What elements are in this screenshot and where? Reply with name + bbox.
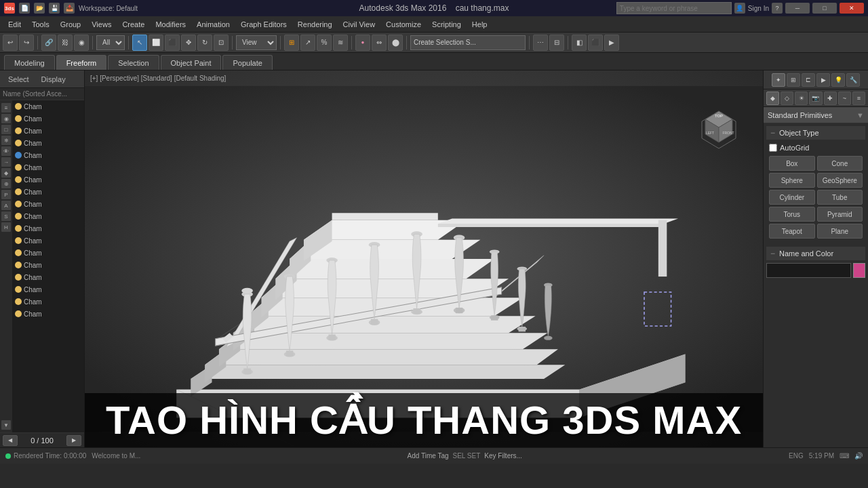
unlink-button[interactable]: ⛓ bbox=[58, 35, 73, 51]
search-input[interactable] bbox=[616, 2, 732, 14]
close-button[interactable]: ✕ bbox=[840, 3, 864, 14]
cameras-subtab[interactable]: 📷 bbox=[809, 92, 822, 105]
list-item[interactable]: Cham bbox=[12, 235, 84, 247]
render-setup-button[interactable]: ⬛ bbox=[588, 35, 603, 51]
import-icon[interactable]: 📥 bbox=[64, 3, 75, 14]
frozen-icon[interactable]: ❄ bbox=[1, 136, 11, 145]
systems-subtab[interactable]: ≡ bbox=[852, 92, 865, 105]
maximize-button[interactable]: □ bbox=[812, 3, 837, 14]
list-item[interactable]: Cham bbox=[12, 271, 84, 283]
scale-button[interactable]: ⊡ bbox=[214, 35, 229, 51]
viewport-gizmo[interactable]: TOP LEFT FRONT bbox=[695, 104, 743, 152]
modify-tab[interactable]: ⊞ bbox=[787, 73, 800, 87]
view-mode-dropdown[interactable]: View bbox=[236, 35, 277, 50]
menu-create[interactable]: Create bbox=[117, 19, 150, 30]
menu-group[interactable]: Group bbox=[55, 19, 87, 30]
motion-icon[interactable]: → bbox=[1, 157, 11, 167]
new-icon[interactable]: 📄 bbox=[19, 3, 30, 14]
menu-tools[interactable]: Tools bbox=[26, 19, 55, 30]
object-type-header[interactable]: Object Type bbox=[766, 126, 865, 140]
menu-views[interactable]: Views bbox=[86, 19, 117, 30]
primitives-dropdown[interactable]: Standard Primitives ▼ bbox=[764, 107, 868, 123]
select-object-button[interactable]: ↖ bbox=[132, 35, 147, 51]
display-button[interactable]: Display bbox=[36, 74, 71, 85]
list-item[interactable]: Cham bbox=[12, 198, 84, 210]
selection-filter-dropdown[interactable]: All bbox=[96, 35, 125, 50]
percent-snap-button[interactable]: % bbox=[317, 35, 332, 51]
curve-editor-button[interactable]: ⋯ bbox=[533, 35, 548, 51]
list-item[interactable]: Cham bbox=[12, 113, 84, 125]
sign-in-link[interactable]: Sign In bbox=[748, 5, 769, 12]
move-button[interactable]: ✥ bbox=[181, 35, 196, 51]
pyramid-button[interactable]: Pyramid bbox=[817, 207, 863, 222]
hide-icon[interactable]: 👁 bbox=[1, 146, 11, 156]
save-icon[interactable]: 💾 bbox=[49, 3, 60, 14]
geosphere-button[interactable]: GeoSphere bbox=[817, 173, 863, 188]
account-icon[interactable]: 👤 bbox=[734, 3, 745, 14]
menu-animation[interactable]: Animation bbox=[191, 19, 235, 30]
menu-help[interactable]: Help bbox=[467, 19, 493, 30]
redo-button[interactable]: ↪ bbox=[19, 35, 34, 51]
display-tab[interactable]: 💡 bbox=[831, 73, 845, 87]
select-button[interactable]: Select bbox=[3, 74, 35, 85]
select-region2-button[interactable]: ⬛ bbox=[165, 35, 180, 51]
geometry-subtab[interactable]: ◆ bbox=[766, 92, 779, 105]
list-item[interactable]: Cham bbox=[12, 161, 84, 174]
menu-scripting[interactable]: Scripting bbox=[427, 19, 467, 30]
hierarchy-icon[interactable]: H bbox=[1, 222, 11, 232]
tab-modeling[interactable]: Modeling bbox=[4, 55, 55, 70]
lights-subtab[interactable]: ☀ bbox=[795, 92, 808, 105]
display-icon[interactable]: ◉ bbox=[1, 114, 11, 123]
rotate-button[interactable]: ↻ bbox=[197, 35, 212, 51]
list-item[interactable]: Cham bbox=[12, 308, 84, 320]
list-item[interactable]: Cham bbox=[12, 247, 84, 259]
help-icon[interactable]: ? bbox=[772, 3, 783, 14]
list-item[interactable]: Cham bbox=[12, 125, 84, 137]
object-icon[interactable]: ◆ bbox=[1, 168, 11, 178]
snap-toggle-button[interactable]: ⊞ bbox=[284, 35, 299, 51]
shapes-subtab[interactable]: ◇ bbox=[781, 92, 793, 105]
render-icon[interactable]: □ bbox=[1, 125, 11, 134]
workspace-selector[interactable]: Workspace: Default bbox=[79, 5, 138, 12]
mirror-button[interactable]: ⇔ bbox=[372, 35, 387, 51]
list-item[interactable]: Cham bbox=[12, 149, 84, 161]
layer-icon[interactable]: ≡ bbox=[1, 103, 11, 113]
track-icon[interactable]: ⊕ bbox=[1, 179, 11, 188]
add-time-tag-button[interactable]: Add Time Tag bbox=[408, 452, 449, 460]
material-editor-button[interactable]: ◧ bbox=[572, 35, 587, 51]
quick-render-button[interactable]: ▶ bbox=[604, 35, 619, 51]
list-item[interactable]: Cham bbox=[12, 283, 84, 296]
torus-button[interactable]: Torus bbox=[769, 207, 815, 222]
tab-freeform[interactable]: Freeform bbox=[56, 55, 107, 70]
anim-icon[interactable]: A bbox=[1, 201, 11, 210]
hierarchy-tab[interactable]: ⊏ bbox=[802, 73, 815, 87]
menu-civil-view[interactable]: Civil View bbox=[338, 19, 380, 30]
create-selection-input[interactable] bbox=[410, 35, 526, 50]
key-filters-button[interactable]: Key Filters... bbox=[484, 452, 522, 460]
viewport[interactable]: [+] [Perspective] [Standard] [Default Sh… bbox=[85, 70, 763, 447]
helpers-subtab[interactable]: ✚ bbox=[824, 92, 837, 105]
list-item[interactable]: Cham bbox=[12, 222, 84, 235]
name-color-header[interactable]: Name and Color bbox=[766, 247, 865, 260]
teapot-button[interactable]: Teapot bbox=[769, 224, 815, 239]
tab-object-paint[interactable]: Object Paint bbox=[161, 55, 222, 70]
utilities-tab[interactable]: 🔧 bbox=[846, 73, 860, 87]
open-icon[interactable]: 📂 bbox=[34, 3, 45, 14]
box-button[interactable]: Box bbox=[769, 156, 815, 171]
tube-button[interactable]: Tube bbox=[817, 190, 863, 205]
list-prev-button[interactable]: ◀ bbox=[3, 435, 18, 446]
undo-button[interactable]: ↩ bbox=[3, 35, 18, 51]
list-item[interactable]: Cham bbox=[12, 259, 84, 271]
object-name-input[interactable] bbox=[766, 263, 851, 278]
named-selection-button[interactable]: ● bbox=[355, 35, 370, 51]
spinner-snap-button[interactable]: ≋ bbox=[333, 35, 348, 51]
bind-space-button[interactable]: ◉ bbox=[74, 35, 89, 51]
angle-snap-button[interactable]: ↗ bbox=[300, 35, 315, 51]
list-item[interactable]: Cham bbox=[12, 296, 84, 308]
cylinder-button[interactable]: Cylinder bbox=[769, 190, 815, 205]
list-item[interactable]: Cham bbox=[12, 210, 84, 222]
menu-customize[interactable]: Customize bbox=[380, 19, 427, 30]
tab-selection[interactable]: Selection bbox=[108, 55, 159, 70]
param-icon[interactable]: P bbox=[1, 190, 11, 199]
select-region-button[interactable]: ⬜ bbox=[149, 35, 163, 51]
